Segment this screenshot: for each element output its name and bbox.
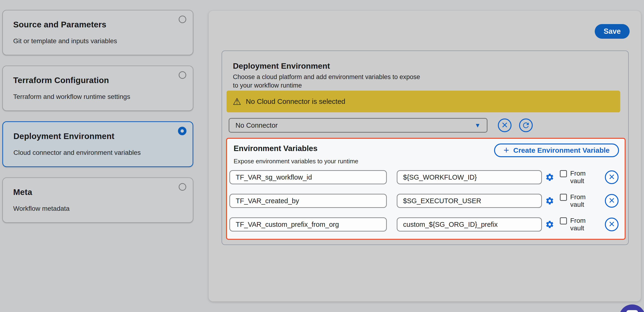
env-var-value-input[interactable]: [397, 194, 542, 208]
radio-unselected-icon[interactable]: [179, 71, 186, 79]
from-vault-option: From vault: [560, 217, 590, 232]
refresh-icon: [522, 121, 530, 130]
caret-down-icon: ▼: [474, 122, 481, 128]
from-vault-label: From vault: [570, 170, 590, 185]
step-title: Deployment Environment: [14, 131, 182, 141]
radio-unselected-icon[interactable]: [179, 16, 186, 23]
deployment-environment-title: Deployment Environment: [233, 61, 628, 70]
step-description: Cloud connector and environment variable…: [14, 149, 182, 156]
create-environment-variable-label: Create Environment Variable: [514, 146, 610, 154]
remove-env-var-button[interactable]: ×: [605, 218, 618, 231]
env-var-row: From vault ×: [229, 170, 618, 184]
save-button[interactable]: Save: [595, 24, 630, 39]
workflow-settings-panel: Save Deployment Environment Choose a clo…: [208, 11, 641, 301]
step-description: Git or template and inputs variables: [13, 37, 182, 45]
connector-row: No Connector ▼ ×: [229, 118, 628, 133]
step-title: Meta: [13, 187, 182, 197]
env-var-row: From vault ×: [229, 217, 618, 231]
from-vault-label: From vault: [570, 193, 590, 208]
connector-select-value: No Connector: [236, 122, 278, 129]
radio-unselected-icon[interactable]: [179, 183, 186, 191]
chat-widget-button[interactable]: [619, 304, 644, 312]
radio-selected-icon[interactable]: [178, 127, 186, 135]
create-environment-variable-button[interactable]: + Create Environment Variable: [494, 144, 619, 157]
from-vault-checkbox[interactable]: [560, 170, 567, 177]
gear-icon[interactable]: [545, 220, 554, 229]
env-var-value-input[interactable]: [397, 217, 542, 231]
env-var-value-input[interactable]: [397, 170, 542, 184]
deployment-environment-subtitle: Choose a cloud platform and add environm…: [233, 73, 424, 90]
warning-triangle-icon: ⚠: [233, 97, 241, 106]
env-var-key-input[interactable]: [229, 194, 387, 208]
circle-x-icon: ×: [609, 172, 615, 182]
connector-select[interactable]: No Connector ▼: [229, 118, 488, 133]
env-var-row: From vault ×: [229, 194, 618, 208]
environment-variables-title: Environment Variables: [234, 144, 318, 153]
step-card-source-and-parameters[interactable]: Source and Parameters Git or template an…: [2, 10, 193, 55]
from-vault-option: From vault: [560, 170, 590, 185]
deployment-environment-card: Deployment Environment Choose a cloud pl…: [222, 51, 629, 245]
gear-icon[interactable]: [545, 196, 554, 205]
env-var-key-input[interactable]: [229, 170, 387, 184]
remove-env-var-button[interactable]: ×: [605, 194, 618, 208]
from-vault-checkbox[interactable]: [560, 194, 567, 201]
chat-widget-icon: [626, 310, 638, 312]
env-var-key-input[interactable]: [229, 217, 387, 231]
step-card-terraform-configuration[interactable]: Terraform Configuration Terraform and wo…: [2, 66, 193, 111]
step-title: Source and Parameters: [13, 20, 182, 29]
remove-env-var-button[interactable]: ×: [605, 170, 618, 184]
environment-variables-subtitle: Expose environment variables to your run…: [234, 158, 358, 165]
circle-x-icon: ×: [502, 119, 508, 130]
step-title: Terraform Configuration: [13, 76, 182, 85]
clear-connector-button[interactable]: ×: [498, 119, 512, 132]
workflow-stepper-sidebar: Source and Parameters Git or template an…: [2, 10, 193, 233]
plus-icon: +: [504, 145, 509, 155]
step-description: Terraform and workflow runtime settings: [13, 93, 182, 101]
step-card-deployment-environment[interactable]: Deployment Environment Cloud connector a…: [2, 121, 193, 167]
circle-x-icon: ×: [609, 219, 615, 229]
warning-text: No Cloud Connector is selected: [246, 98, 345, 106]
step-card-meta[interactable]: Meta Workflow metadata: [2, 177, 193, 223]
gear-icon[interactable]: [545, 173, 554, 182]
from-vault-checkbox[interactable]: [560, 217, 567, 224]
refresh-connectors-button[interactable]: [519, 119, 533, 132]
no-connector-warning-banner: ⚠ No Cloud Connector is selected: [226, 91, 620, 112]
step-description: Workflow metadata: [13, 205, 182, 212]
environment-variables-section: Environment Variables Expose environment…: [226, 138, 626, 240]
circle-x-icon: ×: [609, 195, 615, 206]
from-vault-option: From vault: [560, 193, 590, 208]
from-vault-label: From vault: [570, 217, 590, 232]
